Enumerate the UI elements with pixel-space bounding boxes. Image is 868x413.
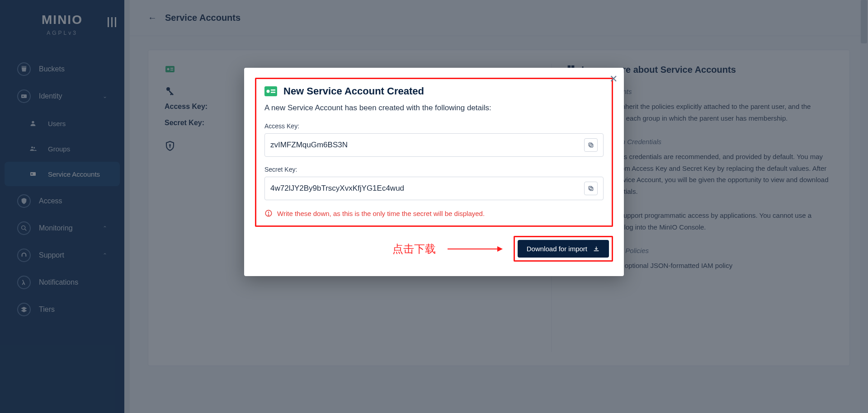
secret-key-label: Secret Key: xyxy=(264,166,604,173)
download-button-label: Download for import xyxy=(527,245,587,253)
modal-highlight-box: New Service Account Created A new Servic… xyxy=(255,78,613,227)
access-key-value: zvIMFZMquGm6BS3N xyxy=(270,141,584,150)
modal-overlay: ✕ New Service Account Created A new Serv… xyxy=(0,0,868,413)
svg-rect-17 xyxy=(264,86,277,96)
download-icon xyxy=(593,245,600,253)
warning-message: Write these down, as this is the only ti… xyxy=(264,209,604,217)
download-highlight-box: Download for import xyxy=(514,236,613,262)
secret-key-value: 4w72lJY2By9bTrscyXvxKfjYG1Ec4wud xyxy=(270,184,584,193)
modal: ✕ New Service Account Created A new Serv… xyxy=(244,68,624,276)
svg-rect-22 xyxy=(589,143,592,146)
secret-key-field: Secret Key: 4w72lJY2By9bTrscyXvxKfjYG1Ec… xyxy=(264,166,604,200)
modal-title: New Service Account Created xyxy=(283,85,424,97)
svg-rect-19 xyxy=(271,89,275,91)
access-key-field: Access Key: zvIMFZMquGm6BS3N xyxy=(264,122,604,157)
svg-rect-21 xyxy=(590,144,593,147)
copy-access-key-button[interactable] xyxy=(584,138,598,152)
modal-message: A new Service Account has been created w… xyxy=(264,103,604,113)
svg-rect-20 xyxy=(271,92,275,93)
svg-rect-24 xyxy=(589,186,592,189)
download-for-import-button[interactable]: Download for import xyxy=(518,240,609,258)
warning-text: Write these down, as this is the only ti… xyxy=(277,210,485,217)
alert-icon xyxy=(264,209,273,217)
svg-rect-23 xyxy=(590,188,593,191)
annotation-text: 点击下载 xyxy=(392,242,436,256)
download-row: 点击下载 Download for import xyxy=(255,236,613,262)
svg-point-18 xyxy=(267,90,270,93)
close-icon[interactable]: ✕ xyxy=(609,73,618,85)
access-key-label: Access Key: xyxy=(264,122,604,130)
card-icon xyxy=(264,86,277,96)
svg-point-27 xyxy=(268,215,269,216)
annotation-arrow-icon xyxy=(448,249,502,249)
copy-secret-key-button[interactable] xyxy=(584,182,598,195)
